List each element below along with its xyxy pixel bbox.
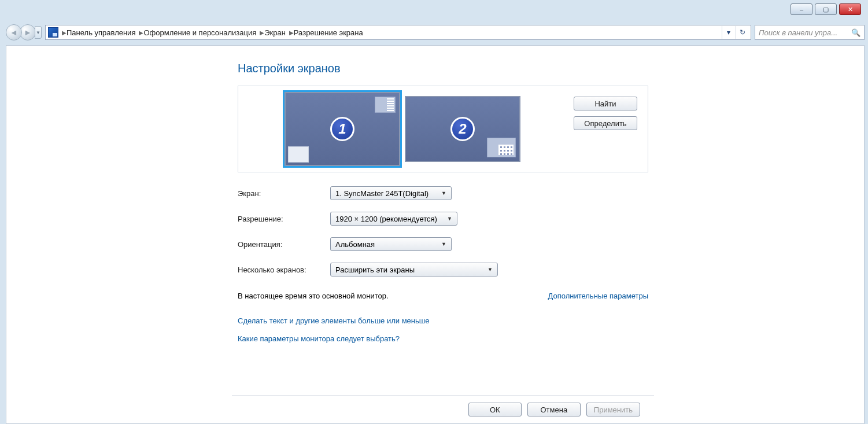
forward-button[interactable]: ► [20, 24, 36, 40]
minimize-icon: – [800, 6, 803, 13]
search-input[interactable]: Поиск в панели упра... 🔍 [755, 25, 865, 40]
orientation-select[interactable]: Альбомная ▼ [330, 237, 452, 251]
arrow-left-icon: ◄ [10, 28, 18, 37]
search-placeholder: Поиск в панели упра... [759, 28, 837, 37]
breadcrumb-control-panel[interactable]: Панель управления [67, 28, 139, 37]
refresh-button[interactable]: ↻ [736, 26, 748, 39]
arrow-right-icon: ► [24, 28, 32, 37]
monitor-2-badge: 2 [450, 117, 475, 141]
advanced-settings-link[interactable]: Дополнительные параметры [548, 292, 648, 300]
chevron-right-icon: ▶ [139, 30, 143, 36]
primary-monitor-note: В настоящее время это основной монитор. [238, 292, 389, 300]
nav-history-dropdown[interactable]: ▼ [35, 26, 42, 39]
monitor-window-icon [375, 97, 396, 113]
which-monitor-link[interactable]: Какие параметры монитора следует выбрать… [238, 334, 847, 343]
monitor-1[interactable]: 1 [285, 92, 400, 166]
content-panel: Настройки экранов 1 2 Найти Определить Э… [6, 45, 865, 424]
monitor-1-badge: 1 [330, 117, 354, 141]
refresh-icon: ↻ [740, 28, 745, 36]
minimize-button[interactable]: – [791, 3, 812, 15]
maximize-icon: ▢ [823, 6, 829, 13]
breadcrumb-resolution[interactable]: Разрешение экрана [294, 28, 367, 37]
find-button[interactable]: Найти [574, 97, 637, 110]
chevron-down-icon: ▼ [441, 241, 446, 247]
back-button[interactable]: ◄ [6, 24, 22, 40]
resolution-select[interactable]: 1920 × 1200 (рекомендуется) ▼ [330, 212, 457, 226]
footer-buttons: ОК Отмена Применить [232, 395, 654, 423]
monitor-taskbar-icon [288, 146, 309, 163]
resolution-select-value: 1920 × 1200 (рекомендуется) [335, 215, 437, 223]
breadcrumb-appearance[interactable]: Оформление и персонализация [143, 28, 260, 37]
nav-arrows: ◄ ► ▼ [6, 24, 42, 40]
screen-label: Экран: [238, 189, 330, 198]
maximize-button[interactable]: ▢ [815, 3, 837, 15]
chevron-right-icon: ▶ [289, 30, 294, 36]
address-bar[interactable]: ▶ Панель управления ▶ Оформление и персо… [45, 25, 751, 40]
multi-displays-label: Несколько экранов: [238, 266, 330, 274]
chevron-down-icon: ▾ [727, 28, 730, 36]
window-controls: – ▢ ✕ [791, 3, 861, 15]
resolution-label: Разрешение: [238, 215, 330, 223]
close-icon: ✕ [848, 6, 853, 13]
address-dropdown-button[interactable]: ▾ [722, 26, 734, 39]
multi-displays-value: Расширить эти экраны [335, 266, 415, 274]
identify-button[interactable]: Определить [574, 116, 637, 130]
multi-displays-select[interactable]: Расширить эти экраны ▼ [330, 263, 498, 276]
chevron-down-icon: ▼ [441, 190, 446, 196]
display-settings-icon [48, 27, 58, 38]
monitor-2[interactable]: 2 [405, 96, 520, 162]
orientation-label: Ориентация: [238, 240, 330, 249]
ok-button[interactable]: ОК [468, 403, 522, 416]
page-title: Настройки экранов [238, 62, 847, 75]
breadcrumb-display[interactable]: Экран [264, 28, 289, 37]
chevron-right-icon: ▶ [260, 30, 264, 36]
chevron-down-icon: ▼ [487, 267, 493, 272]
text-size-link[interactable]: Сделать текст и другие элементы больше и… [238, 316, 847, 325]
close-button[interactable]: ✕ [839, 3, 861, 15]
search-icon: 🔍 [851, 28, 860, 37]
screen-select[interactable]: 1. SyncMaster 245T(Digital) ▼ [330, 186, 452, 200]
orientation-select-value: Альбомная [335, 240, 375, 249]
navigation-row: ◄ ► ▼ ▶ Панель управления ▶ Оформление и… [6, 23, 865, 42]
screen-select-value: 1. SyncMaster 245T(Digital) [335, 189, 429, 198]
monitor-preview-box: 1 2 Найти Определить [238, 86, 648, 172]
monitor-grid-icon [487, 138, 516, 157]
cancel-button[interactable]: Отмена [527, 403, 581, 416]
chevron-down-icon: ▼ [447, 216, 452, 222]
chevron-down-icon: ▼ [36, 30, 40, 35]
apply-button[interactable]: Применить [586, 403, 640, 416]
chevron-right-icon: ▶ [62, 30, 67, 36]
